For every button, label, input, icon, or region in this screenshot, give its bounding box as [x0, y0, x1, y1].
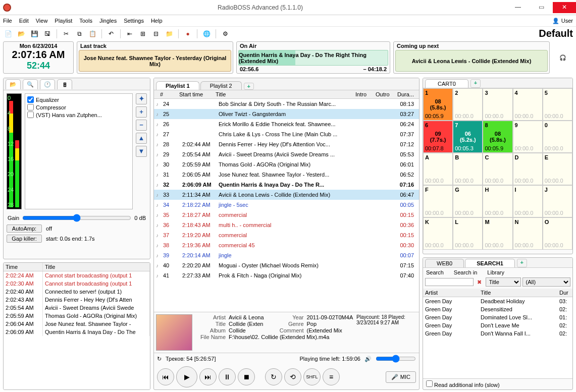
fx-equalizer-check[interactable]	[27, 96, 34, 103]
tab-search1[interactable]: SEARCH1	[465, 259, 515, 267]
search-row[interactable]: Green DayDon't Wanna Fall I...02:	[423, 329, 572, 338]
playlist-body[interactable]: ♪24Bob Sinclar & Dirty South - The Russi…	[154, 99, 419, 312]
log-row[interactable]: 2:06:09 AMQuentin Harris & Inaya Day - D…	[4, 328, 150, 336]
log-row[interactable]: 2:05:54 AMAvicii - Sweet Dreams (Avicii …	[4, 304, 150, 312]
fx-remove-button[interactable]: −	[136, 120, 147, 131]
menu-playlist[interactable]: Playlist	[55, 18, 72, 24]
next-button[interactable]: ⏭	[199, 368, 217, 385]
stop-button[interactable]: ⏹	[238, 368, 255, 385]
library-select[interactable]: (All)	[522, 277, 571, 287]
playlist-row[interactable]: ♪352:18:27 AMcommercial00:15	[154, 210, 419, 220]
tool1-icon[interactable]: ⇤	[125, 29, 135, 39]
playlist-row[interactable]: ♪27Chris Lake & Lys - Cross The Line (Ma…	[154, 129, 419, 139]
cart-slot[interactable]: L00:00.0	[453, 217, 483, 250]
playlist-row[interactable]: ♪322:06:09 AMQuentin Harris & Inaya Day …	[154, 180, 419, 190]
playlist-row[interactable]: ♪382:19:36 AMcommercial 4500:30	[154, 240, 419, 250]
gapkiller-button[interactable]: Gap killer:	[7, 235, 42, 243]
undo-icon[interactable]: ↶	[106, 29, 116, 39]
fx-vst-check[interactable]	[27, 111, 34, 118]
saveall-icon[interactable]: 🖫	[42, 29, 53, 39]
log-row[interactable]: 2:02:43 AMDennis Ferrer - Hey Hey (Df's …	[4, 296, 150, 304]
pause-button[interactable]: ⏸	[219, 368, 236, 385]
tool2-icon[interactable]: ⊞	[138, 29, 148, 39]
cart-slot[interactable]: D00:00.0	[513, 153, 543, 185]
log-row[interactable]: 2:02:24 AMCannot start broadcasting (out…	[4, 271, 150, 279]
prev-button[interactable]: ⏮	[157, 368, 174, 385]
repeat-one-button[interactable]: ↻	[265, 368, 282, 385]
cart-slot[interactable]: 000:00.0	[543, 121, 572, 153]
play-button[interactable]: ▶	[176, 366, 197, 387]
fx-up-button[interactable]: ▲	[136, 133, 147, 144]
playlist-row[interactable]: ♪312:06:05 AMJose Nunez feat. Shawnee Ta…	[154, 170, 419, 180]
save-icon[interactable]: 💾	[29, 29, 39, 39]
copy-icon[interactable]: ⧉	[74, 29, 84, 39]
log-row[interactable]: 2:02:40 AMConnected to server! (output 1…	[4, 288, 150, 296]
tab-search-icon[interactable]: 🔍	[23, 79, 38, 89]
gear-icon[interactable]: ⚙	[220, 29, 230, 39]
cart-slot[interactable]: 900:00.0	[513, 121, 543, 153]
tab-playlist1[interactable]: Playlist 1	[156, 81, 199, 90]
playlist-row[interactable]: ♪282:02:44 AMDennis Ferrer - Hey Hey (Df…	[154, 139, 419, 149]
maximize-button[interactable]: ▭	[530, 2, 553, 13]
cart-slot[interactable]: 108(5.8s.)00:05.9	[423, 88, 453, 121]
paste-icon[interactable]: 📋	[87, 29, 97, 39]
add-playlist-button[interactable]: +	[244, 83, 254, 90]
search-row[interactable]: Green DayDominated Love Sl...01:	[423, 313, 572, 321]
cart-slot[interactable]: I00:00.0	[513, 185, 543, 217]
tab-clock-icon[interactable]: 🕐	[40, 79, 55, 89]
menu-settings[interactable]: Settings	[124, 18, 144, 24]
playlist-row[interactable]: ♪24Bob Sinclar & Dirty South - The Russi…	[154, 99, 419, 109]
auto-button[interactable]: ≡	[323, 368, 340, 385]
cart-slot[interactable]: 808(5.8s.)00:05.9	[483, 121, 512, 153]
cart-slot[interactable]: 706(5.2s.)00:05.3	[453, 121, 483, 153]
tab-playlist2[interactable]: Playlist 2	[200, 81, 242, 90]
cart-slot[interactable]: 300:00.0	[483, 88, 512, 121]
headphones-icon[interactable]: 🎧	[553, 41, 573, 74]
search-row[interactable]: Green DayDeadbeat Holiday03:	[423, 297, 572, 305]
searchin-select[interactable]: Title	[486, 277, 521, 287]
playlist-row[interactable]: ♪392:20:14 AMjingle00:07	[154, 250, 419, 260]
tab-fx-icon[interactable]: 🎚	[57, 79, 72, 89]
playlist-row[interactable]: ♪372:19:20 AMcommercial00:15	[154, 230, 419, 240]
menu-jingles[interactable]: Jingles	[99, 18, 117, 24]
repeat-button[interactable]: ⟲	[284, 368, 301, 385]
menu-view[interactable]: View	[36, 18, 48, 24]
cut-icon[interactable]: ✂	[61, 29, 71, 39]
fx-settings-button[interactable]: ✦	[136, 93, 147, 104]
add-cart-button[interactable]: +	[470, 79, 481, 88]
refresh-icon[interactable]: ↻	[157, 356, 162, 362]
cart-slot[interactable]: 609(7.7s.)00:07.8	[423, 121, 453, 153]
playlist-row[interactable]: ♪302:05:59 AMThomas Gold - AGORa (Origin…	[154, 159, 419, 170]
user-button[interactable]: 👤 User	[552, 18, 573, 24]
cart-slot[interactable]: N00:00.0	[513, 217, 543, 250]
cart-slot[interactable]: J00:00.0	[543, 185, 572, 217]
playlist-row[interactable]: ♪412:27:33 AMProk & Fitch - Naga (Origin…	[154, 270, 419, 281]
menu-help[interactable]: Help	[151, 18, 163, 24]
cart-slot[interactable]: F00:00.0	[423, 185, 453, 217]
fx-list[interactable]: Equalizer Compressor (VST) Hans van Zutp…	[25, 93, 133, 209]
volume-icon[interactable]: 🔊	[364, 356, 372, 362]
search-row[interactable]: Green DayDon't Leave Me02:	[423, 321, 572, 329]
add-search-button[interactable]: +	[517, 259, 527, 267]
cart-slot[interactable]: G00:00.0	[453, 185, 483, 217]
playlist-row[interactable]: ♪332:11:34 AMAvicii & Leona Lewis - Coll…	[154, 190, 419, 200]
tool4-icon[interactable]: 📁	[164, 29, 174, 39]
playlist-row[interactable]: ♪402:20:20 AMMoguai - Oyster (Michael Wo…	[154, 260, 419, 270]
fx-down-button[interactable]: ▼	[136, 146, 147, 157]
log-row[interactable]: 2:06:04 AMJose Nunez feat. Shawnee Taylo…	[4, 320, 150, 328]
tab-folder-icon[interactable]: 📂	[6, 79, 21, 89]
close-button[interactable]: ✕	[553, 2, 576, 13]
autoamp-button[interactable]: AutoAmp:	[7, 225, 42, 233]
cart-slot[interactable]: B00:00.0	[453, 153, 483, 185]
log-row[interactable]: 2:05:59 AMThomas Gold - AGORa (Original …	[4, 312, 150, 320]
web-icon[interactable]: 🌐	[201, 29, 212, 39]
open-icon[interactable]: 📂	[16, 29, 26, 39]
menu-tools[interactable]: Tools	[79, 18, 92, 24]
new-icon[interactable]: 📄	[3, 29, 13, 39]
tab-web0[interactable]: WEB0	[425, 259, 464, 267]
cart-slot[interactable]: 500:00.0	[543, 88, 572, 121]
clear-search-icon[interactable]: ✖	[475, 279, 484, 286]
fx-compressor-check[interactable]	[27, 104, 34, 110]
cart-slot[interactable]: 200:00.0	[453, 88, 483, 121]
fx-add-button[interactable]: +	[136, 106, 147, 118]
